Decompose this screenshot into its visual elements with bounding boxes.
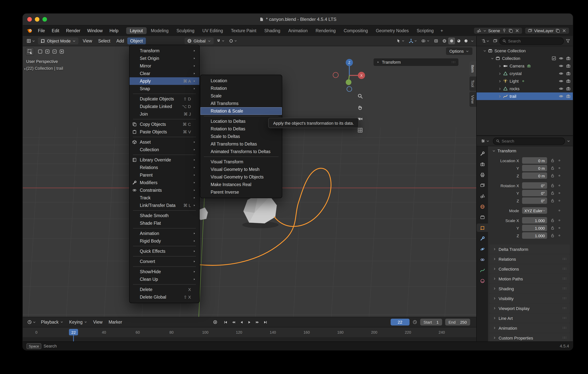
gizmo-z-negative[interactable]: [347, 86, 352, 92]
sidebar-tab-item[interactable]: Item: [469, 61, 476, 76]
current-frame-field[interactable]: 22: [391, 319, 410, 325]
animate-property-icon[interactable]: [556, 191, 562, 195]
outliner-row-trail[interactable]: trail: [477, 92, 573, 100]
menu-item-delete[interactable]: DeleteX: [130, 286, 199, 293]
scene-selector[interactable]: Scene: [474, 28, 522, 34]
new-scene-icon[interactable]: [508, 28, 513, 33]
menu-item-mirror[interactable]: Mirror: [130, 62, 199, 70]
workspace-tab-scripting[interactable]: Scripting: [413, 27, 438, 34]
lock-open-icon[interactable]: [549, 234, 556, 238]
menu-item-asset[interactable]: Asset: [130, 138, 199, 146]
disable-in-renders-icon[interactable]: [566, 86, 571, 91]
transform-section-header[interactable]: Transform: [489, 147, 571, 154]
menu-item-make-instances-real[interactable]: Make Instances Real: [200, 181, 282, 188]
gizmo-y-axis[interactable]: [346, 79, 351, 85]
disable-in-renders-icon[interactable]: [566, 64, 571, 68]
previous-keyframe-button[interactable]: [230, 319, 237, 325]
menu-item-constraints[interactable]: Constraints: [130, 186, 199, 194]
playhead[interactable]: 22: [69, 329, 78, 335]
new-view-layer-icon[interactable]: [556, 28, 560, 33]
menu-item-convert[interactable]: Convert: [130, 258, 199, 265]
animate-property-icon[interactable]: [556, 226, 562, 230]
lock-open-icon[interactable]: [549, 166, 556, 170]
menu-window[interactable]: Window: [84, 27, 106, 34]
menu-item-rigid-body[interactable]: Rigid Body: [130, 237, 199, 245]
panel-grip[interactable]: ∷∷: [563, 277, 567, 280]
timeline-editor-type-dropdown[interactable]: [26, 319, 38, 325]
panel-shading[interactable]: Shading∷∷: [490, 284, 570, 293]
menu-item-location[interactable]: Location: [200, 77, 282, 85]
workspace-tab-sculpting[interactable]: Sculpting: [173, 27, 198, 34]
lock-open-icon[interactable]: [549, 199, 556, 203]
end-frame-field[interactable]: End 250: [445, 319, 470, 325]
lock-open-icon[interactable]: [549, 191, 556, 195]
expander-closed-icon[interactable]: [497, 72, 502, 75]
hide-in-viewport-icon[interactable]: [559, 79, 563, 83]
menu-item-modifiers[interactable]: Modifiers: [130, 179, 199, 186]
start-frame-field[interactable]: Start 1: [420, 319, 442, 325]
use-preview-range-icon[interactable]: [413, 320, 417, 324]
panel-grip[interactable]: ∷∷: [563, 297, 567, 300]
outliner-row-rocks[interactable]: rocks: [477, 85, 573, 92]
menu-item-rotation[interactable]: Rotation: [200, 85, 282, 92]
menu-item-paste-objects[interactable]: Paste Objects⌘ V: [130, 128, 199, 136]
menu-item-delete-global[interactable]: Delete Global⇧ X: [130, 293, 199, 301]
animate-property-icon[interactable]: [556, 184, 562, 187]
play-reverse-button[interactable]: [238, 319, 245, 325]
properties-search[interactable]: [493, 137, 565, 145]
outliner-row-crystal[interactable]: crystal: [477, 70, 573, 77]
editor-type-dropdown[interactable]: [25, 38, 37, 44]
menu-item-shade-flat[interactable]: Shade Flat: [130, 219, 199, 227]
outliner-search[interactable]: [499, 37, 564, 44]
menu-item-scale-to-deltas[interactable]: Scale to Deltas: [200, 133, 282, 140]
toolbar-expand-icon[interactable]: [23, 67, 27, 71]
menu-item-scale[interactable]: Scale: [200, 92, 282, 100]
panel-grip[interactable]: ∷∷: [563, 307, 567, 310]
move-view-icon[interactable]: [357, 104, 363, 111]
lock-open-icon[interactable]: [549, 173, 556, 178]
timeline-menu-marker[interactable]: Marker: [105, 319, 125, 325]
view-layer-selector[interactable]: ViewLayer: [525, 28, 569, 34]
panel-grip[interactable]: ∷∷: [563, 336, 567, 340]
zoom-icon[interactable]: [357, 92, 363, 99]
workspace-tab-uv-editing[interactable]: UV Editing: [199, 27, 227, 34]
value-field[interactable]: 0°: [522, 190, 547, 196]
menu-item-parent-inverse[interactable]: Parent Inverse: [200, 188, 282, 196]
properties-tab-output[interactable]: [477, 171, 488, 179]
select-intersect-mode-icon[interactable]: [59, 49, 64, 54]
value-field[interactable]: 0 m: [522, 172, 547, 179]
expander-open-icon[interactable]: [490, 57, 495, 60]
outliner-row-light[interactable]: Light: [477, 77, 573, 85]
animate-property-icon[interactable]: [556, 174, 562, 177]
proportional-editing-toggle[interactable]: [227, 38, 239, 44]
menu-item-shade-smooth[interactable]: Shade Smooth: [130, 212, 199, 219]
properties-tab-view-layer[interactable]: [477, 181, 488, 190]
pin-icon[interactable]: [502, 28, 506, 33]
timeline-menu-view[interactable]: View: [90, 319, 105, 325]
animate-property-icon[interactable]: [556, 234, 562, 237]
outliner-row-camera[interactable]: Camera: [477, 62, 573, 70]
timeline-track-area[interactable]: [23, 337, 476, 342]
menu-item-parent[interactable]: Parent: [130, 171, 199, 179]
panel-relations[interactable]: Relations∷∷: [490, 254, 570, 264]
auto-keying-toggle[interactable]: [211, 319, 219, 325]
mode-dropdown-field[interactable]: XYZ Euler: [522, 207, 547, 214]
menu-file[interactable]: File: [34, 27, 48, 34]
remove-view-layer-icon[interactable]: [562, 28, 567, 33]
animate-property-icon[interactable]: [556, 166, 562, 170]
animate-property-icon[interactable]: [556, 199, 562, 202]
options-button[interactable]: Options: [446, 47, 472, 55]
select-extend-mode-icon[interactable]: [45, 49, 50, 54]
timeline-ruler[interactable]: 040608010012014016018020022024022: [23, 327, 476, 337]
disable-in-renders-icon[interactable]: [566, 56, 571, 61]
workspace-tab-animation[interactable]: Animation: [284, 27, 311, 34]
zoom-window-button[interactable]: [42, 17, 47, 21]
animate-property-icon[interactable]: [556, 219, 562, 222]
properties-options-icon[interactable]: [567, 139, 570, 143]
lock-open-icon[interactable]: [549, 218, 556, 223]
properties-tab-modifiers[interactable]: [477, 234, 488, 243]
panel-visibility[interactable]: Visibility∷∷: [490, 294, 570, 303]
outliner-editor-type-dropdown[interactable]: [479, 38, 491, 44]
xray-toggle[interactable]: [432, 38, 440, 44]
properties-tab-render[interactable]: [477, 160, 488, 168]
